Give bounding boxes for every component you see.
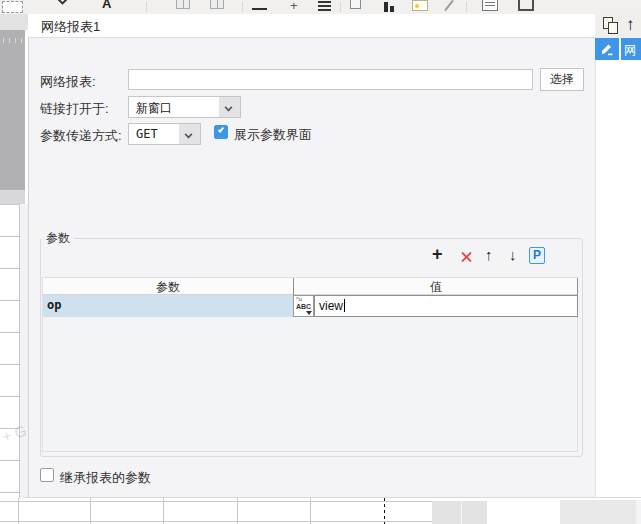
copy-icon[interactable] <box>603 17 619 34</box>
param-method-label: 参数传递方式: <box>40 127 122 145</box>
open-in-label: 链接打开于: <box>40 100 109 118</box>
frame-icon[interactable] <box>518 0 534 11</box>
type-dropdown-arrow-icon <box>306 311 312 315</box>
designer-corner <box>0 14 28 30</box>
params-table-header: 参数 值 <box>43 278 577 295</box>
background-toolbar: A + <box>0 0 641 14</box>
pointer-icon[interactable] <box>444 0 454 11</box>
line-icon[interactable] <box>252 8 267 10</box>
merge-cells-icon[interactable] <box>176 0 190 9</box>
image-icon[interactable] <box>412 0 428 11</box>
value-type-button[interactable]: ^u ABC <box>293 295 314 317</box>
report-label: 网络报表: <box>40 73 96 91</box>
string-type-icon: ^u <box>296 296 302 301</box>
pencil-icon <box>599 41 615 57</box>
edit-tab[interactable] <box>595 38 619 60</box>
grid-right-block <box>560 500 636 524</box>
chevron-down-icon[interactable] <box>179 124 200 144</box>
select-button[interactable]: 选择 <box>540 68 584 91</box>
toolbar-separator <box>146 2 147 12</box>
plus-line-icon[interactable]: + <box>290 0 298 13</box>
show-param-ui-checkbox[interactable] <box>214 125 228 139</box>
dialog-title: 网络报表1 <box>41 18 100 36</box>
column-divider[interactable] <box>577 278 578 295</box>
toolbar-separator <box>242 2 243 12</box>
table-row[interactable]: op ^u ABC view <box>43 295 577 317</box>
web-report-tab[interactable]: 网 <box>621 38 641 60</box>
param-method-dropdown[interactable]: GET <box>128 123 201 145</box>
app-window: A + + G now() 网络 <box>0 0 641 524</box>
text-box-icon[interactable] <box>482 0 498 11</box>
add-param-button[interactable]: + <box>432 244 443 264</box>
column-divider[interactable] <box>293 278 294 295</box>
grid-right-sliver <box>636 500 641 524</box>
toolbar-separator <box>340 2 341 12</box>
export-icon[interactable] <box>350 0 361 9</box>
dialog-left-gutter <box>20 204 28 498</box>
marquee-select-icon[interactable] <box>2 1 23 13</box>
align-lines-icon[interactable] <box>318 1 331 12</box>
inherit-params-checkbox[interactable] <box>40 468 54 482</box>
toolbar-separator <box>466 2 467 12</box>
param-value-editor[interactable]: view <box>314 295 578 317</box>
header-value: 值 <box>294 279 578 296</box>
up-arrow-icon[interactable]: ↑ <box>626 15 635 35</box>
spreadsheet-grid-bottom <box>0 498 641 524</box>
delete-param-button[interactable] <box>460 250 473 263</box>
column-header-band <box>0 190 25 204</box>
header-param: 参数 <box>43 279 293 296</box>
font-icon[interactable]: A <box>102 0 111 11</box>
pen-icon[interactable] <box>56 0 69 5</box>
side-icons-bar: ↑ <box>595 14 641 38</box>
dialog-body: 网络报表: 选择 链接打开于: 新窗口 参数传递方式: GET 展示参数界面 参… <box>28 38 595 498</box>
page-break-line <box>384 498 385 524</box>
right-side-panel: ↑ 网 <box>595 14 641 498</box>
param-name-cell[interactable]: op <box>43 295 293 317</box>
report-path-input[interactable] <box>128 69 533 90</box>
open-in-value: 新窗口 <box>136 100 172 117</box>
vertical-ruler <box>0 30 25 190</box>
param-p-button[interactable]: P <box>529 247 545 264</box>
move-up-button[interactable]: ↑ <box>485 246 493 266</box>
filled-cells <box>432 501 487 524</box>
side-tabs: 网 <box>595 38 641 60</box>
inherit-params-label: 继承报表的参数 <box>60 469 151 487</box>
params-group-content: + ↑ ↓ P 参数 值 op ^u AB <box>40 238 583 457</box>
text-caret <box>344 299 345 312</box>
params-table: 参数 值 op ^u ABC view <box>42 277 578 452</box>
split-cells-icon[interactable] <box>210 0 224 9</box>
dialog-titlebar: 网络报表1 <box>28 14 595 38</box>
chevron-down-icon[interactable] <box>219 97 240 117</box>
web-report-dialog: 网络报表1 网络报表: 选择 链接打开于: 新窗口 参数传递方式: GET 展示… <box>28 14 595 498</box>
show-param-ui-label: 展示参数界面 <box>234 126 312 144</box>
chart-icon[interactable] <box>384 2 395 12</box>
open-in-dropdown[interactable]: 新窗口 <box>128 96 241 118</box>
move-down-button[interactable]: ↓ <box>509 246 517 266</box>
spreadsheet-grid-left <box>0 204 20 524</box>
param-method-value: GET <box>136 127 158 141</box>
